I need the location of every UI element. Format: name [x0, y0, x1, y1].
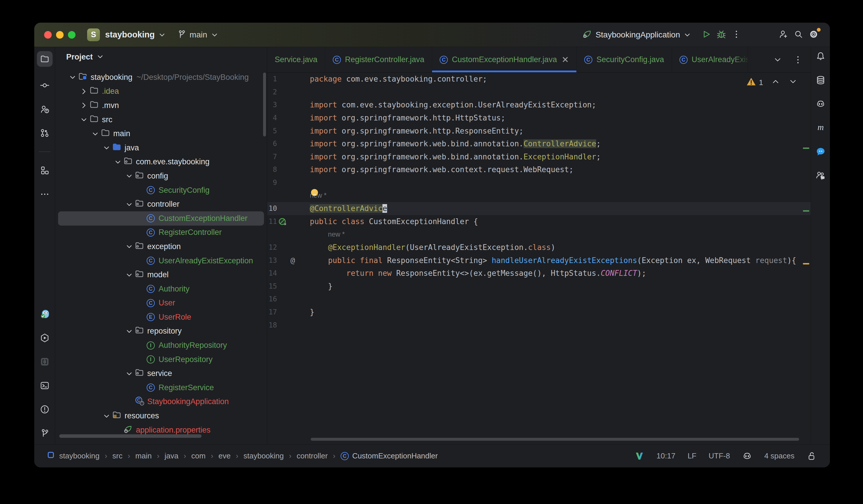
annotation-gutter-icon[interactable]: @: [287, 256, 298, 265]
code-line-1[interactable]: 1package com.eve.staybooking.controller;: [267, 73, 811, 86]
breadcrumb-staybooking[interactable]: staybooking: [243, 452, 284, 461]
code-line-3[interactable]: 3import com.eve.staybooking.exception.Us…: [267, 98, 811, 112]
tree-expanded-chevron-icon[interactable]: [124, 369, 135, 379]
code-line-16[interactable]: 16: [267, 293, 811, 306]
tree-expanded-chevron-icon[interactable]: [124, 200, 135, 209]
encoding-widget[interactable]: UTF-8: [709, 452, 730, 461]
close-tab-icon[interactable]: ✕: [562, 55, 569, 64]
tree-item--mvn[interactable]: .mvn: [58, 98, 264, 113]
code-line-9[interactable]: 9: [267, 176, 811, 189]
prev-problem-button[interactable]: [771, 77, 780, 89]
code-vision-hint[interactable]: new *: [298, 230, 345, 238]
copilot-status-icon[interactable]: [742, 451, 752, 461]
tree-item-userrole[interactable]: EUserRole: [58, 310, 264, 324]
tree-item-userrepository[interactable]: IUserRepository: [58, 352, 264, 367]
spring-bean-gutter-icon[interactable]: [277, 217, 287, 226]
cursor-position-widget[interactable]: 10:17: [656, 452, 675, 461]
tree-item-staybookingapplication[interactable]: CStaybookingApplication: [58, 395, 264, 409]
tree-horizontal-scrollbar[interactable]: [59, 434, 201, 438]
copilot-icon[interactable]: [815, 99, 826, 109]
tab-service-java[interactable]: Service.java: [267, 47, 325, 72]
tree-item-staybooking[interactable]: staybooking~/Desktop/Projects/StayBookin…: [58, 70, 264, 85]
code-with-me-button[interactable]: [776, 27, 791, 42]
commit-icon[interactable]: [39, 80, 50, 91]
breadcrumb-main[interactable]: main: [135, 452, 152, 461]
tab-securityconfig-java[interactable]: CSecurityConfig.java: [577, 47, 672, 72]
tree-item-main[interactable]: main: [58, 127, 264, 141]
code-line-12[interactable]: 12 @ExceptionHandler(UserAlreadyExistExc…: [267, 241, 811, 254]
tree-collapsed-chevron-icon[interactable]: [79, 87, 89, 97]
code-line-18[interactable]: 18: [267, 318, 811, 331]
tree-item-repository[interactable]: repository: [58, 324, 264, 339]
code-line-11[interactable]: 11public class CustomExceptionHandler {: [267, 215, 811, 228]
gopher-plugin-icon[interactable]: [39, 309, 50, 319]
code-line-5[interactable]: 5import org.springframework.http.Respons…: [267, 124, 811, 137]
tab-customexceptionhandler-java[interactable]: CCustomExceptionHandler.java✕: [432, 47, 577, 72]
tree-item-com-eve-staybooking[interactable]: com.eve.staybooking: [58, 155, 264, 169]
tree-item-authorityrepository[interactable]: IAuthorityRepository: [58, 338, 264, 352]
tree-expanded-chevron-icon[interactable]: [124, 171, 135, 181]
copilot-chat-icon[interactable]: [815, 170, 826, 180]
tree-expanded-chevron-icon[interactable]: [101, 411, 112, 421]
tree-collapsed-chevron-icon[interactable]: [79, 100, 89, 110]
run-configuration-widget[interactable]: StaybookingApplication: [582, 29, 695, 41]
inspections-widget[interactable]: 1: [746, 77, 798, 89]
editor-options-button[interactable]: [793, 54, 803, 65]
ai-chat-icon[interactable]: [815, 146, 826, 157]
structure-icon[interactable]: [39, 165, 50, 176]
more-icon[interactable]: [39, 189, 50, 200]
tree-expanded-chevron-icon[interactable]: [124, 241, 135, 251]
settings-button[interactable]: [806, 27, 821, 42]
tree-expanded-chevron-icon[interactable]: [90, 129, 100, 139]
tree-vertical-scrollbar[interactable]: [263, 73, 266, 137]
tree-item-java[interactable]: java: [58, 141, 264, 155]
code-line-2[interactable]: 2: [267, 86, 811, 99]
tab-registercontroller-java[interactable]: CRegisterController.java: [325, 47, 432, 72]
code-line-13[interactable]: 13@ public final ResponseEntity<String> …: [267, 254, 811, 267]
more-run-actions-button[interactable]: [729, 27, 744, 42]
breadcrumb-controller[interactable]: controller: [297, 452, 328, 461]
tree-item-registercontroller[interactable]: CRegisterController: [58, 226, 264, 240]
tree-expanded-chevron-icon[interactable]: [101, 143, 112, 153]
code-line-15[interactable]: 15 }: [267, 280, 811, 293]
project-widget[interactable]: staybooking: [105, 29, 169, 41]
breadcrumb-customexceptionhandler[interactable]: CCustomExceptionHandler: [341, 452, 438, 461]
readonly-toggle-icon[interactable]: [807, 451, 816, 461]
tree-item-service[interactable]: service: [58, 366, 264, 381]
tree-item-securityconfig[interactable]: CSecurityConfig: [58, 183, 264, 198]
tree-expanded-chevron-icon[interactable]: [79, 115, 89, 125]
tree-item-exception[interactable]: exception: [58, 240, 264, 254]
breadcrumb-staybooking[interactable]: staybooking: [46, 450, 100, 462]
tree-item-controller[interactable]: controller: [58, 197, 264, 211]
tree-expanded-chevron-icon[interactable]: [113, 157, 123, 167]
line-separator-widget[interactable]: LF: [688, 452, 696, 461]
next-problem-button[interactable]: [788, 77, 798, 89]
tree-item-useralreadyexistexception[interactable]: CUserAlreadyExistException: [58, 254, 264, 268]
tab-useralreadyexist[interactable]: CUserAlreadyExist: [672, 47, 748, 72]
tree-item-registerservice[interactable]: CRegisterService: [58, 381, 264, 395]
tree-item--idea[interactable]: .idea: [58, 85, 264, 99]
breadcrumb-eve[interactable]: eve: [218, 452, 230, 461]
code-line-10[interactable]: 10@ControllerAdvice: [267, 202, 811, 215]
breadcrumb-src[interactable]: src: [112, 452, 123, 461]
problems-icon[interactable]: [39, 404, 50, 415]
breadcrumb-com[interactable]: com: [191, 452, 205, 461]
code-line-4[interactable]: 4import org.springframework.http.HttpSta…: [267, 112, 811, 125]
project-icon[interactable]: [37, 51, 52, 67]
tree-expanded-chevron-icon[interactable]: [124, 270, 135, 280]
code-line-7[interactable]: 7import org.springframework.web.bind.ann…: [267, 150, 811, 163]
project-panel-header[interactable]: Project: [55, 47, 267, 67]
debug-button[interactable]: [714, 27, 729, 42]
database-icon[interactable]: [815, 75, 826, 85]
code-editor[interactable]: 1package com.eve.staybooking.controller;…: [267, 73, 811, 444]
tree-expanded-chevron-icon[interactable]: [67, 72, 78, 82]
tree-item-src[interactable]: src: [58, 113, 264, 127]
code-line-8[interactable]: 8import org.springframework.web.context.…: [267, 163, 811, 176]
code-line-14[interactable]: 14 return new ResponseEntity<>(ex.getMes…: [267, 267, 811, 280]
pull-requests-icon[interactable]: [39, 128, 50, 138]
tree-item-config[interactable]: config: [58, 169, 264, 183]
tree-item-resources[interactable]: resources: [58, 409, 264, 423]
git-icon[interactable]: [39, 428, 50, 438]
brackets-icon[interactable]: [39, 356, 50, 367]
tree-item-customexceptionhandler[interactable]: CCustomExceptionHandler: [58, 211, 264, 226]
